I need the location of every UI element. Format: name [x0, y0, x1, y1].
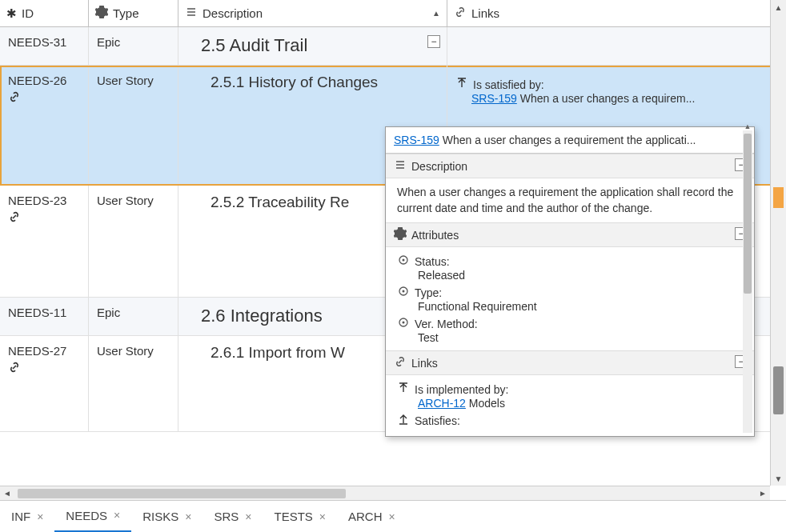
close-icon[interactable]: × — [319, 510, 326, 523]
column-header-label: Description — [203, 6, 263, 20]
id-text: NEEDS-23 — [8, 194, 66, 207]
tab-label: NEEDS — [66, 509, 107, 522]
collapse-icon[interactable]: − — [427, 35, 440, 48]
attr-value: Functional Requirement — [397, 300, 743, 313]
arrow-upright-icon — [397, 413, 410, 428]
svg-point-7 — [403, 322, 405, 324]
description-text: 2.5 Audit Trail — [201, 35, 307, 55]
column-header-label: Type — [113, 6, 139, 20]
cell-type: User Story — [89, 66, 178, 185]
scrollbar-thumb[interactable] — [18, 489, 346, 498]
column-header-id[interactable]: ✱ ID — [0, 0, 89, 26]
link-reference-id[interactable]: SRS-159 — [471, 92, 517, 105]
link-reference-id[interactable]: ARCH-12 — [418, 397, 466, 410]
popup-scrollbar[interactable]: ▲ — [743, 130, 752, 433]
tab-label: TESTS — [274, 510, 312, 523]
gear-icon — [397, 316, 410, 331]
popup-description-body: When a user changes a requirement the ap… — [386, 178, 754, 222]
horizontal-scrollbar[interactable]: ◄ ► — [0, 486, 770, 500]
arrow-up-icon — [455, 77, 468, 92]
cell-type: Epic — [89, 27, 178, 65]
description-text: 2.6 Integrations — [201, 306, 323, 326]
scrollbar-thumb[interactable] — [744, 134, 752, 294]
popup-title: SRS-159 When a user changes a requiremen… — [386, 127, 754, 154]
tab-label: SRS — [214, 510, 239, 523]
tab-label: INF — [11, 510, 30, 523]
cell-id: NEEDS-31 — [0, 27, 89, 65]
link-reference-text: When a user changes a requirem... — [520, 92, 696, 105]
popup-section-attributes[interactable]: Attributes − — [386, 222, 754, 247]
scrollbar-marker — [773, 187, 784, 208]
gear-icon — [95, 6, 108, 21]
close-icon[interactable]: × — [37, 510, 43, 523]
asterisk-icon: ✱ — [6, 6, 17, 21]
scrollbar-thumb[interactable] — [773, 366, 784, 414]
close-icon[interactable]: × — [114, 509, 120, 522]
close-icon[interactable]: × — [245, 510, 251, 523]
tab-tests[interactable]: TESTS × — [263, 501, 337, 533]
tab-arch[interactable]: ARCH × — [337, 501, 407, 533]
scroll-right-arrow-icon[interactable]: ► — [756, 486, 770, 501]
section-label: Attributes — [411, 229, 459, 242]
svg-point-5 — [403, 290, 405, 293]
arrow-up-icon — [397, 382, 410, 397]
popup-title-id[interactable]: SRS-159 — [394, 134, 439, 146]
details-popup: SRS-159 When a user changes a requiremen… — [385, 126, 755, 437]
tab-risks[interactable]: RISKS × — [131, 501, 203, 533]
svg-point-3 — [403, 259, 405, 262]
id-text: NEEDS-27 — [8, 344, 66, 358]
list-icon — [185, 6, 198, 21]
close-icon[interactable]: × — [389, 510, 395, 523]
link-icon — [8, 210, 80, 226]
popup-section-links[interactable]: Links − — [386, 350, 754, 375]
popup-section-description[interactable]: Description − — [386, 154, 754, 178]
scrollbar-track[interactable] — [773, 14, 784, 471]
tab-label: ARCH — [348, 510, 383, 523]
table-row[interactable]: NEEDS-31 Epic 2.5 Audit Trail − — [0, 27, 786, 66]
attr-label: Type: — [415, 286, 442, 299]
cell-description: 2.5 Audit Trail − — [178, 27, 447, 65]
gear-icon — [397, 285, 410, 300]
cell-type: User Story — [89, 336, 178, 431]
tab-srs[interactable]: SRS × — [203, 501, 263, 533]
column-header-type[interactable]: Type — [89, 0, 178, 26]
column-header-row: ✱ ID Type Description ▲ Links — [0, 0, 786, 27]
column-header-description[interactable]: Description ▲ — [178, 0, 447, 26]
close-icon[interactable]: × — [185, 510, 191, 523]
document-tabs: INF × NEEDS × RISKS × SRS × TESTS × ARCH… — [0, 500, 786, 532]
popup-links-body: Is implemented by: ARCH-12 Models Satisf… — [386, 375, 754, 436]
column-header-label: Links — [471, 6, 499, 20]
scroll-up-arrow-icon[interactable]: ▲ — [771, 0, 786, 14]
scroll-down-arrow-icon[interactable]: ▼ — [771, 471, 786, 486]
column-header-links[interactable]: Links — [447, 0, 786, 26]
section-label: Links — [411, 357, 438, 370]
link-relation-label: Is implemented by: — [415, 383, 509, 396]
link-icon — [8, 90, 80, 106]
link-reference-text: Models — [469, 397, 505, 410]
tab-needs[interactable]: NEEDS × — [54, 501, 131, 533]
attr-value: Released — [397, 269, 743, 282]
cell-id: NEEDS-23 — [0, 186, 89, 297]
link-icon — [454, 6, 467, 21]
scrollbar-track[interactable] — [14, 488, 756, 499]
section-label: Description — [411, 160, 467, 173]
link-relation-label: Satisfies: — [415, 414, 460, 427]
link-icon — [8, 361, 80, 377]
gear-icon — [394, 227, 407, 242]
link-relation-label: Is satisfied by: — [473, 78, 544, 91]
list-icon — [394, 158, 407, 174]
id-text: NEEDS-26 — [8, 74, 66, 87]
cell-type: User Story — [89, 186, 178, 297]
tab-inf[interactable]: INF × — [0, 501, 54, 533]
attr-label: Ver. Method: — [415, 318, 478, 330]
link-icon — [394, 355, 407, 370]
cell-id: NEEDS-26 — [0, 66, 89, 185]
vertical-scrollbar[interactable]: ▲ ▼ — [770, 0, 786, 486]
scroll-left-arrow-icon[interactable]: ◄ — [0, 486, 14, 501]
attr-label: Status: — [415, 255, 450, 268]
cell-id: NEEDS-11 — [0, 298, 89, 335]
attr-value: Test — [397, 331, 743, 344]
cell-links — [447, 27, 786, 65]
scroll-up-arrow-icon[interactable]: ▲ — [743, 122, 752, 132]
description-text: 2.6.1 Import from W — [211, 344, 345, 361]
